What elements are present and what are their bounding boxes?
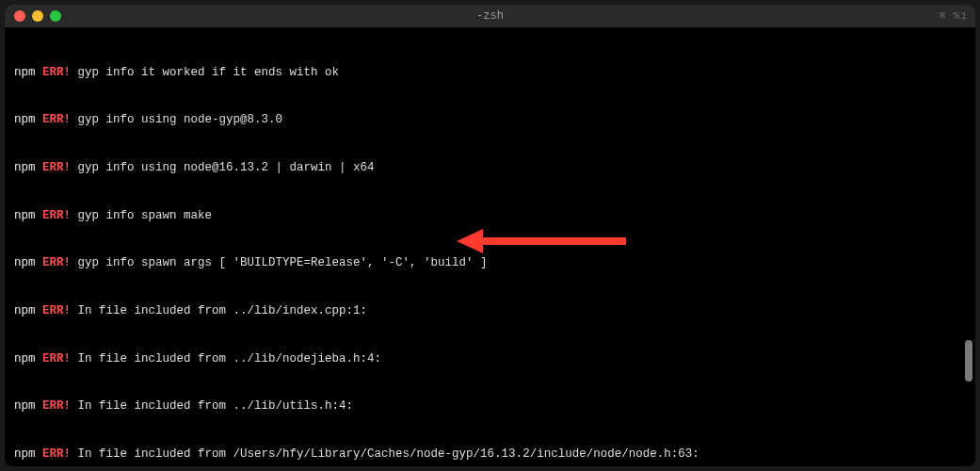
npm-prefix: npm: [14, 304, 36, 317]
log-line: npm ERR! In file included from ../lib/no…: [14, 351, 966, 367]
err-prefix: ERR!: [42, 447, 71, 461]
err-prefix: ERR!: [42, 66, 71, 79]
err-prefix: ERR!: [42, 161, 71, 174]
terminal-window: -zsh ⌘ %1 npm ERR! gyp info it worked if…: [5, 5, 975, 466]
log-text: In file included from ../lib/nodejieba.h…: [71, 352, 381, 365]
npm-prefix: npm: [14, 209, 36, 222]
npm-prefix: npm: [14, 256, 36, 269]
err-prefix: ERR!: [42, 113, 71, 126]
log-text: gyp info using node-gyp@8.3.0: [71, 113, 282, 126]
close-icon[interactable]: [14, 10, 25, 22]
log-text: gyp info spawn make: [71, 209, 212, 222]
window-title: -zsh: [5, 8, 975, 24]
err-prefix: ERR!: [42, 209, 71, 222]
log-text: gyp info spawn args [ 'BUILDTYPE=Release…: [71, 256, 488, 269]
err-prefix: ERR!: [42, 256, 71, 269]
zoom-icon[interactable]: [50, 10, 61, 22]
minimize-icon[interactable]: [32, 10, 43, 22]
npm-prefix: npm: [14, 447, 36, 461]
log-line: npm ERR! In file included from ../lib/ut…: [14, 398, 966, 414]
arrow-left-icon: [457, 229, 483, 253]
log-line: npm ERR! gyp info spawn args [ 'BUILDTYP…: [14, 255, 966, 271]
log-line: npm ERR! In file included from /Users/hf…: [14, 447, 966, 463]
npm-prefix: npm: [14, 161, 36, 174]
npm-prefix: npm: [14, 399, 36, 413]
log-text: In file included from ../lib/index.cpp:1…: [71, 304, 367, 317]
log-text: In file included from /Users/hfy/Library…: [71, 447, 699, 461]
err-prefix: ERR!: [42, 304, 71, 317]
log-text: In file included from ../lib/utils.h:4:: [71, 399, 353, 413]
scrollbar-thumb[interactable]: [965, 340, 972, 382]
err-prefix: ERR!: [42, 399, 71, 413]
log-line: npm ERR! gyp info using node-gyp@8.3.0: [14, 112, 966, 128]
err-prefix: ERR!: [42, 352, 71, 365]
log-line: npm ERR! In file included from ../lib/in…: [14, 303, 966, 319]
traffic-lights: [14, 10, 61, 22]
log-line: npm ERR! gyp info spawn make: [14, 208, 966, 224]
log-text: gyp info using node@16.13.2 | darwin | x…: [71, 161, 375, 174]
svg-marker-0: [457, 229, 483, 253]
shell-badge: ⌘ %1: [940, 9, 968, 24]
terminal-body[interactable]: npm ERR! gyp info it worked if it ends w…: [5, 27, 975, 466]
log-text: gyp info it worked if it ends with ok: [71, 66, 339, 79]
log-line: npm ERR! gyp info using node@16.13.2 | d…: [14, 160, 966, 176]
npm-prefix: npm: [14, 66, 36, 79]
npm-prefix: npm: [14, 113, 36, 126]
arrow-shaft: [475, 237, 626, 245]
titlebar: -zsh ⌘ %1: [5, 5, 975, 27]
npm-prefix: npm: [14, 352, 36, 365]
log-line: npm ERR! gyp info it worked if it ends w…: [14, 65, 966, 81]
